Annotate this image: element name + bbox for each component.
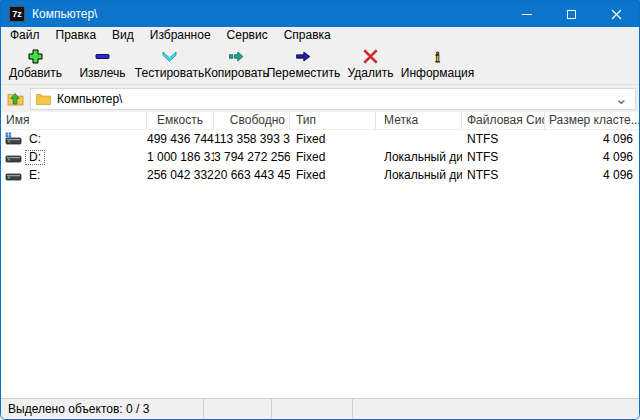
menu-view[interactable]: Вид: [104, 27, 142, 43]
toolbar-button-move[interactable]: Переместить: [270, 44, 337, 84]
cell-cluster: 4 096: [545, 148, 639, 166]
maximize-button[interactable]: [549, 1, 594, 27]
file-list: Имя Емкость Свободно Тип Метка Файловая …: [1, 112, 639, 398]
drive-name: E:: [26, 169, 43, 182]
cell-free: 3 794 272 256: [214, 148, 290, 166]
app-window: 7z Компьютер\ Файл Правка Вид Избранное …: [0, 0, 640, 420]
toolbar-button-label: Добавить: [9, 66, 62, 80]
cell-capacity: 256 042 332 ...: [147, 166, 214, 184]
address-path: Компьютер\: [57, 92, 615, 106]
status-panel: [272, 399, 353, 419]
cell-label: Локальный ди...: [376, 148, 462, 166]
column-header-name[interactable]: Имя: [1, 112, 147, 129]
move-arrow-icon: [295, 48, 312, 65]
titlebar[interactable]: 7z Компьютер\: [1, 1, 639, 27]
cell-filesystem: NTFS: [462, 130, 545, 148]
copy-arrow-icon: [228, 48, 245, 65]
drive-icon: [5, 168, 22, 182]
minimize-button[interactable]: [504, 1, 549, 27]
menu-bar: Файл Правка Вид Избранное Сервис Справка: [1, 27, 639, 43]
status-panel: [204, 399, 272, 419]
cell-filesystem: NTFS: [462, 148, 545, 166]
table-row[interactable]: E: 256 042 332 ... 20 663 443 456 Fixed …: [1, 166, 639, 184]
drive-name: D:: [26, 151, 44, 164]
add-plus-icon: [27, 48, 44, 65]
chevron-down-icon[interactable]: ⌄: [615, 89, 628, 108]
menu-file[interactable]: Файл: [2, 27, 48, 43]
toolbar-button-label: Информация: [401, 66, 474, 80]
address-bar: Компьютер\ ⌄: [1, 85, 639, 112]
cell-type: Fixed: [290, 166, 376, 184]
cell-filesystem: NTFS: [462, 166, 545, 184]
list-header: Имя Емкость Свободно Тип Метка Файловая …: [1, 112, 639, 130]
toolbar-button-delete[interactable]: Удалить: [337, 44, 404, 84]
info-icon: i: [429, 48, 446, 65]
toolbar-button-copy[interactable]: Копировать: [203, 44, 270, 84]
menu-favorites[interactable]: Избранное: [142, 27, 219, 43]
toolbar-button-label: Тестировать: [135, 66, 204, 80]
cell-free: 113 358 393 344: [214, 130, 290, 148]
close-button[interactable]: [594, 1, 639, 27]
table-row[interactable]: C: 499 436 744 ... 113 358 393 344 Fixed…: [1, 130, 639, 148]
column-header-cluster[interactable]: Размер класте...: [545, 112, 639, 129]
toolbar-button-extract[interactable]: Извлечь: [69, 44, 136, 84]
window-title: Компьютер\: [32, 7, 97, 21]
menu-tools[interactable]: Сервис: [219, 27, 276, 43]
7zip-app-icon: 7z: [9, 6, 25, 22]
toolbar-button-label: Переместить: [267, 66, 341, 80]
cell-type: Fixed: [290, 130, 376, 148]
column-header-label[interactable]: Метка: [376, 112, 462, 129]
system-drive-icon: [5, 132, 22, 146]
column-header-free[interactable]: Свободно: [214, 112, 290, 129]
table-row[interactable]: D: 1 000 186 31... 3 794 272 256 Fixed Л…: [1, 148, 639, 166]
minimize-icon: [522, 14, 532, 15]
toolbar-button-label: Извлечь: [79, 66, 125, 80]
column-header-capacity[interactable]: Емкость: [147, 112, 214, 129]
status-selected-objects: Выделено объектов: 0 / 3: [1, 399, 204, 419]
cell-label: [376, 130, 462, 148]
delete-x-icon: [362, 48, 379, 65]
toolbar: Добавить Извлечь Тестировать Копировать: [1, 43, 639, 85]
cell-cluster: 4 096: [545, 130, 639, 148]
column-header-filesystem[interactable]: Файловая Сис...: [462, 112, 545, 129]
maximize-icon: [567, 10, 576, 19]
cell-free: 20 663 443 456: [214, 166, 290, 184]
cell-type: Fixed: [290, 148, 376, 166]
cell-cluster: 4 096: [545, 166, 639, 184]
cell-capacity: 1 000 186 31...: [147, 148, 214, 166]
toolbar-button-add[interactable]: Добавить: [2, 44, 69, 84]
status-panel: [353, 399, 639, 419]
svg-text:i: i: [435, 48, 439, 64]
menu-help[interactable]: Справка: [276, 27, 339, 43]
test-chevron-icon: [161, 48, 178, 65]
toolbar-button-test[interactable]: Тестировать: [136, 44, 203, 84]
toolbar-button-info[interactable]: i Информация: [404, 44, 471, 84]
folder-icon: [36, 93, 51, 105]
extract-minus-icon: [94, 48, 111, 65]
cell-label: Локальный ди...: [376, 166, 462, 184]
folder-up-icon: [7, 91, 24, 106]
toolbar-button-label: Копировать: [204, 66, 269, 80]
close-icon: [611, 9, 622, 20]
menu-edit[interactable]: Правка: [48, 27, 105, 43]
drive-icon: [5, 150, 22, 164]
window-controls: [504, 1, 639, 27]
up-folder-button[interactable]: [3, 87, 27, 110]
drive-name: C:: [26, 133, 44, 146]
column-header-type[interactable]: Тип: [290, 112, 376, 129]
cell-capacity: 499 436 744 ...: [147, 130, 214, 148]
toolbar-button-label: Удалить: [348, 66, 394, 80]
status-bar: Выделено объектов: 0 / 3: [1, 398, 639, 419]
address-combobox[interactable]: Компьютер\ ⌄: [30, 88, 636, 110]
